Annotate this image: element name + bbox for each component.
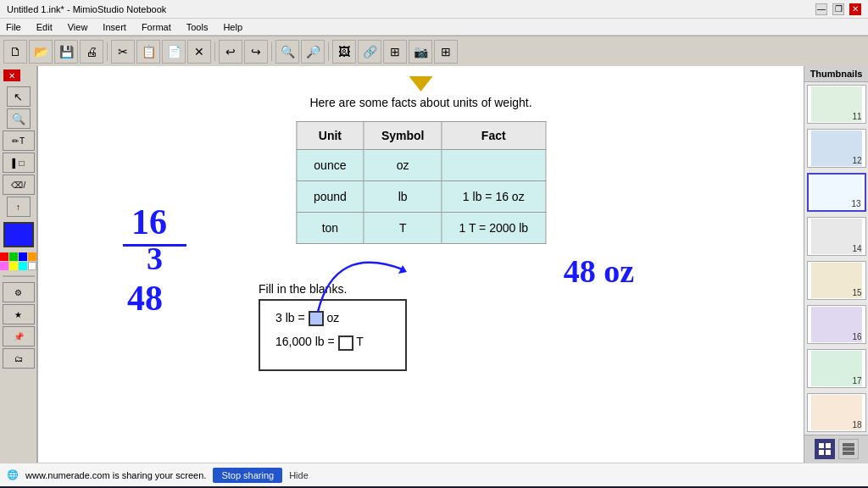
fill-line-1: 3 lb = oz — [275, 311, 390, 326]
symbol-lb: lb — [364, 181, 442, 213]
delete-button[interactable]: ✕ — [187, 40, 211, 64]
svg-rect-7 — [843, 452, 854, 455]
color-orange[interactable] — [28, 252, 36, 261]
copy-button[interactable]: 📋 — [136, 40, 160, 64]
thumbnail-15[interactable]: 15 — [807, 261, 866, 300]
print-button[interactable]: 🖨 — [80, 40, 103, 64]
separator2 — [214, 42, 215, 61]
unit-ton: ton — [296, 213, 364, 244]
color-pink[interactable] — [0, 262, 8, 270]
eraser-line-tool[interactable]: ⌫ / — [3, 175, 35, 195]
capture-button[interactable]: 📷 — [409, 40, 432, 64]
thumb-number-17: 17 — [852, 376, 861, 385]
color-yellow[interactable] — [9, 262, 18, 270]
save-button[interactable]: 💾 — [54, 40, 78, 64]
thumb-number-11: 11 — [852, 112, 861, 121]
thumbnail-18[interactable]: 18 — [807, 393, 866, 432]
hide-button[interactable]: Hide — [289, 470, 309, 480]
extras-tool4[interactable]: 🗂 — [3, 348, 35, 369]
open-button[interactable]: 📂 — [29, 40, 53, 64]
minimize-button[interactable]: — — [815, 3, 827, 15]
thumb-number-16: 16 — [852, 332, 861, 341]
line-icon: / — [24, 180, 26, 190]
restore-button[interactable]: ❐ — [832, 3, 844, 15]
separator3 — [271, 42, 272, 61]
thumbnail-16[interactable]: 16 — [807, 305, 866, 344]
fact-pound: 1 lb = 16 oz — [442, 181, 546, 213]
thumb-number-13: 13 — [851, 199, 860, 208]
menu-insert[interactable]: Insert — [100, 21, 129, 33]
zoom-in-button[interactable]: 🔎 — [301, 40, 325, 64]
pointer-tool[interactable]: ↑ — [7, 197, 31, 217]
thumb-number-15: 15 — [852, 288, 861, 297]
color-white[interactable] — [28, 262, 36, 270]
undo-button[interactable]: ↩ — [219, 40, 242, 64]
extras-tool2[interactable]: ★ — [3, 304, 35, 324]
stop-sharing-button[interactable]: Stop sharing — [213, 468, 282, 483]
insert-image-button[interactable]: 🖼 — [332, 40, 356, 64]
thumb-number-12: 12 — [852, 156, 861, 165]
menu-file[interactable]: File — [3, 21, 24, 33]
svg-rect-6 — [843, 447, 854, 451]
color-green[interactable] — [9, 252, 18, 261]
highlighter-shape-tool[interactable]: ▌ □ — [3, 152, 35, 173]
main-layout: ✕ ↖ 🔍 ✏ T ▌ □ ⌫ / ↑ ⚙ — [0, 66, 868, 463]
color-cyan[interactable] — [19, 262, 27, 270]
menu-format[interactable]: Format — [139, 21, 174, 33]
thumbnail-13[interactable]: 13 — [807, 173, 866, 212]
titlebar: Untitled 1.ink* - MimioStudio Notebook —… — [0, 0, 868, 19]
grid-view-icon[interactable] — [815, 439, 835, 459]
fill-blanks-inner: 3 lb = oz 16,000 lb = T — [259, 299, 407, 371]
blank-input-2[interactable] — [338, 336, 353, 351]
active-color-box[interactable] — [3, 222, 34, 247]
gallery-button[interactable]: ⊞ — [383, 40, 407, 64]
zoom-out-button[interactable]: 🔍 — [275, 40, 299, 64]
cut-button[interactable]: ✂ — [111, 40, 135, 64]
pen-text-tool[interactable]: ✏ T — [3, 130, 35, 151]
insert-link-button[interactable]: 🔗 — [358, 40, 381, 64]
separator4 — [328, 42, 329, 61]
fill-line-2-suffix: T — [356, 335, 364, 348]
menu-help[interactable]: Help — [220, 21, 245, 33]
list-view-icon[interactable] — [838, 439, 859, 459]
menu-edit[interactable]: Edit — [34, 21, 55, 33]
select-tool[interactable]: ↖ — [7, 86, 31, 107]
handwriting-16: 16 — [131, 202, 167, 242]
redo-button[interactable]: ↪ — [244, 40, 268, 64]
blank-input-1[interactable] — [309, 311, 324, 326]
svg-rect-3 — [819, 450, 824, 455]
new-button[interactable]: 🗋 — [3, 40, 27, 64]
thumbnail-17[interactable]: 17 — [807, 349, 866, 388]
toolbar-close-button[interactable]: ✕ — [3, 69, 20, 81]
pen-icon: ✏ — [12, 136, 19, 146]
col-unit: Unit — [296, 122, 364, 150]
thumbnails-panel: Thumbnails 11 12 13 14 15 16 17 — [804, 66, 868, 463]
paste-button[interactable]: 📄 — [162, 40, 186, 64]
col-fact: Fact — [442, 122, 546, 150]
menu-tools[interactable]: Tools — [184, 21, 211, 33]
thumbnail-14[interactable]: 14 — [807, 217, 866, 256]
extras-tool3[interactable]: 📌 — [3, 326, 35, 347]
symbol-t: T — [364, 213, 442, 244]
close-button[interactable]: ✕ — [849, 3, 861, 15]
share-url-icon: 🌐 — [7, 469, 19, 480]
menubar: File Edit View Insert Format Tools Help — [0, 19, 868, 36]
fact-ounce — [442, 150, 546, 181]
extras-tool1[interactable]: ⚙ — [3, 282, 35, 302]
svg-rect-2 — [826, 443, 831, 448]
magnify-tool[interactable]: 🔍 — [7, 108, 31, 129]
grid-button[interactable]: ⊞ — [434, 40, 458, 64]
fill-line-2: 16,000 lb = T — [275, 335, 390, 350]
color-blue[interactable] — [19, 252, 27, 261]
chevron-down-icon — [409, 76, 433, 94]
thumbnails-bottom-icons — [804, 435, 868, 463]
handwriting-48: 48 — [127, 278, 163, 319]
thumbnail-12[interactable]: 12 — [807, 129, 866, 168]
color-red[interactable] — [0, 252, 8, 261]
col-symbol: Symbol — [364, 122, 442, 150]
thumbnail-11[interactable]: 11 — [807, 85, 866, 124]
fill-line-1-text: 3 lb = — [275, 311, 309, 324]
titlebar-title: Untitled 1.ink* - MimioStudio Notebook — [7, 4, 166, 14]
menu-view[interactable]: View — [65, 21, 91, 33]
left-toolbar: ✕ ↖ 🔍 ✏ T ▌ □ ⌫ / ↑ ⚙ — [0, 66, 38, 463]
